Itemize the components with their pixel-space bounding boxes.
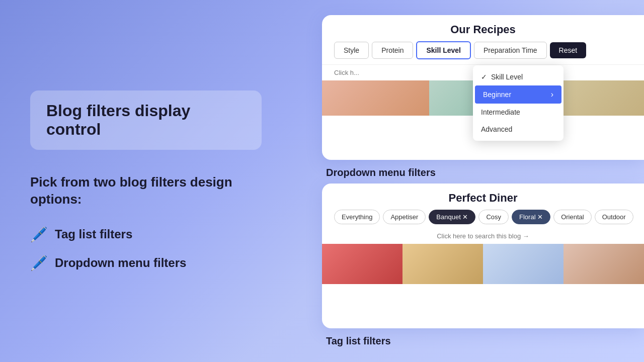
tag-list-label: Tag list filters [55,227,132,241]
dropdown-card-header: Our Recipes [322,15,644,41]
dropdown-card-label: Dropdown menu filters [317,163,644,178]
tag-cosy[interactable]: Cosy [478,210,509,224]
tag-appetiser[interactable]: Appetiser [383,210,426,224]
protein-filter-btn[interactable]: Protein [372,42,413,59]
bottom-card-images [322,244,644,284]
tag-card-section: Perfect Diner Everything Appetiser Banqu… [317,184,644,347]
tag-floral[interactable]: Floral ✕ [512,210,550,224]
dropdown-item-skill-level[interactable]: Skill Level [473,68,564,85]
dropdown-card-section: Our Recipes Style Protein Skill Level Pr… [317,15,644,178]
bottom-card-click-hint[interactable]: Click here to search this blog → [322,229,644,244]
top-image-1 [322,80,429,116]
tag-bar: Everything Appetiser Banquet ✕ Cosy Flor… [322,210,644,229]
tag-card-header: Perfect Diner [322,184,644,210]
dropdown-item-intermediate[interactable]: Intermediate [473,104,564,121]
page-title: Blog filters display control [46,102,246,139]
skill-level-filter-btn[interactable]: Skill Level [416,41,470,59]
title-box: Blog filters display control [30,90,262,150]
tag-everything[interactable]: Everything [334,210,380,224]
tag-outdoor[interactable]: Outdoor [595,210,633,224]
subtitle: Pick from two blog filters design option… [30,174,262,208]
pencil-icon-2: 🖊️ [30,255,48,272]
list-item-tag: 🖊️ Tag list filters [30,226,262,243]
tag-banquet[interactable]: Banquet ✕ [429,210,475,224]
skill-level-dropdown: Skill Level Beginner Intermediate Advanc… [473,65,564,141]
right-wrapper: Our Recipes Style Protein Skill Level Pr… [312,0,644,362]
filter-list: 🖊️ Tag list filters 🖊️ Dropdown menu fil… [30,226,262,272]
bottom-image-2 [403,244,483,284]
reset-filter-btn[interactable]: Reset [550,42,587,58]
dropdown-list-label: Dropdown menu filters [55,256,186,270]
filter-bar: Style Protein Skill Level Preparation Ti… [322,41,644,65]
prep-time-filter-btn[interactable]: Preparation Time [474,42,547,59]
style-filter-btn[interactable]: Style [334,42,369,59]
bottom-image-3 [483,244,564,284]
bottom-image-1 [322,244,403,284]
dropdown-item-advanced[interactable]: Advanced [473,121,564,138]
left-panel: Blog filters display control Pick from t… [0,0,292,362]
tag-card: Perfect Diner Everything Appetiser Banqu… [322,184,644,328]
pencil-icon-1: 🖊️ [30,226,48,243]
dropdown-card: Our Recipes Style Protein Skill Level Pr… [322,15,644,160]
bottom-image-4 [564,244,644,284]
dropdown-item-beginner[interactable]: Beginner [475,85,561,104]
list-item-dropdown: 🖊️ Dropdown menu filters [30,255,262,272]
tag-oriental[interactable]: Oriental [553,210,592,224]
tag-card-label: Tag list filters [317,331,644,347]
